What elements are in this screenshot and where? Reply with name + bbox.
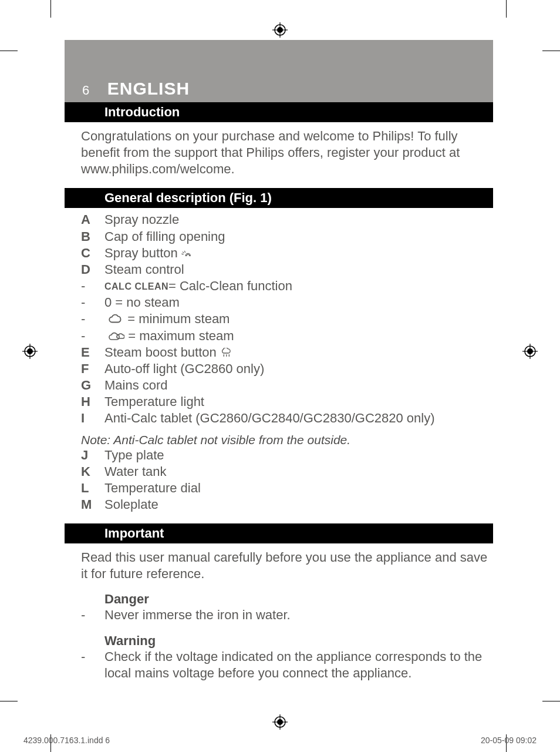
item-text: Type plate [104, 447, 493, 464]
list-item: -Check if the voltage indicated on the a… [81, 649, 493, 682]
item-text: Mains cord [104, 377, 493, 394]
crop-mark [506, 0, 507, 18]
list-item: MSoleplate [81, 496, 493, 513]
item-label: D [81, 261, 104, 278]
item-dash: - [81, 294, 104, 311]
steam-min-icon [108, 311, 124, 326]
list-item: DSteam control [81, 261, 493, 278]
list-item: CSpray button [81, 245, 493, 261]
item-text: Temperature dial [104, 480, 493, 496]
item-label: M [81, 496, 104, 513]
page-number: 6 [82, 83, 90, 98]
crop-mark [542, 701, 560, 701]
list-item: GMains cord [81, 377, 493, 394]
item-dash: - [81, 607, 104, 623]
list-item: - 0 = no steam [81, 294, 493, 311]
item-dash: - [81, 328, 104, 344]
page-content: 6 ENGLISH Introduction Congratulations o… [65, 40, 493, 682]
list-item: -Never immerse the iron in water. [81, 607, 493, 623]
list-item: KWater tank [81, 464, 493, 480]
general-description-list-2: JType plate KWater tank LTemperature dia… [65, 447, 493, 513]
crop-mark [0, 701, 18, 701]
crop-mark [0, 51, 18, 51]
warning-heading: Warning [65, 633, 493, 649]
steam-max-icon [108, 328, 124, 343]
item-dash: - [81, 311, 104, 327]
list-item: BCap of filling opening [81, 229, 493, 245]
list-item: -CALC CLEAN= Calc-Clean function [81, 278, 493, 294]
section-heading-important: Important [65, 523, 493, 543]
registration-mark-icon [522, 344, 538, 359]
section-heading-introduction: Introduction [65, 102, 493, 122]
footer-filename: 4239.000.7163.1.indd 6 [23, 736, 110, 745]
item-text: CALC CLEAN= Calc-Clean function [104, 278, 493, 294]
danger-list: -Never immerse the iron in water. [65, 607, 493, 623]
item-text: 0 = no steam [104, 294, 493, 311]
list-item: ESteam boost button [81, 344, 493, 361]
item-label: K [81, 464, 104, 480]
imposition-footer: 4239.000.7163.1.indd 6 20-05-09 09:02 [23, 736, 537, 745]
item-label: J [81, 447, 104, 464]
list-item: JType plate [81, 447, 493, 464]
footer-timestamp: 20-05-09 09:02 [481, 736, 537, 745]
item-text: Spray button [104, 245, 493, 261]
item-text: Check if the voltage indicated on the ap… [104, 649, 493, 682]
anti-calc-note: Note: Anti-Calc tablet not visible from … [65, 427, 493, 447]
item-label: E [81, 344, 104, 361]
list-item: IAnti-Calc tablet (GC2860/GC2840/GC2830/… [81, 410, 493, 427]
general-description-list: ASpray nozzle BCap of filling opening CS… [65, 208, 493, 427]
list-item: - = maximum steam [81, 328, 493, 344]
item-text: = maximum steam [104, 328, 493, 344]
list-item: FAuto-off light (GC2860 only) [81, 361, 493, 377]
item-label: L [81, 480, 104, 496]
registration-mark-icon [272, 22, 288, 38]
item-text: = minimum steam [104, 311, 493, 327]
item-text: Spray nozzle [104, 212, 493, 228]
item-text: Steam boost button [104, 344, 493, 361]
item-text: Water tank [104, 464, 493, 480]
crop-mark [50, 0, 51, 18]
important-body: Read this user manual carefully before y… [65, 543, 493, 582]
item-text: Temperature light [104, 394, 493, 410]
crop-mark [542, 51, 560, 51]
item-text: Cap of filling opening [104, 229, 493, 245]
list-item: HTemperature light [81, 394, 493, 410]
registration-mark-icon [22, 344, 38, 359]
item-label: B [81, 229, 104, 245]
page-title: ENGLISH [107, 79, 190, 99]
spray-icon [181, 246, 192, 260]
warning-list: -Check if the voltage indicated on the a… [65, 649, 493, 682]
item-text: Soleplate [104, 496, 493, 513]
item-label: F [81, 361, 104, 377]
item-text: Auto-off light (GC2860 only) [104, 361, 493, 377]
steam-boost-icon [220, 345, 233, 360]
item-text: Steam control [104, 261, 493, 278]
item-dash: - [81, 649, 104, 665]
list-item: ASpray nozzle [81, 212, 493, 228]
danger-heading: Danger [65, 592, 493, 607]
item-label: G [81, 377, 104, 394]
registration-mark-icon [272, 714, 288, 730]
section-heading-general: General description (Fig. 1) [65, 188, 493, 208]
page-header-banner: 6 ENGLISH [65, 40, 493, 102]
item-text: Anti-Calc tablet (GC2860/GC2840/GC2830/G… [104, 410, 493, 427]
item-text: Never immerse the iron in water. [104, 607, 493, 623]
item-label: C [81, 245, 104, 261]
list-item: - = minimum steam [81, 311, 493, 327]
item-dash: - [81, 278, 104, 294]
intro-body: Congratulations on your purchase and wel… [65, 122, 493, 177]
list-item: LTemperature dial [81, 480, 493, 496]
item-label: A [81, 212, 104, 228]
item-label: H [81, 394, 104, 410]
item-label: I [81, 410, 104, 427]
